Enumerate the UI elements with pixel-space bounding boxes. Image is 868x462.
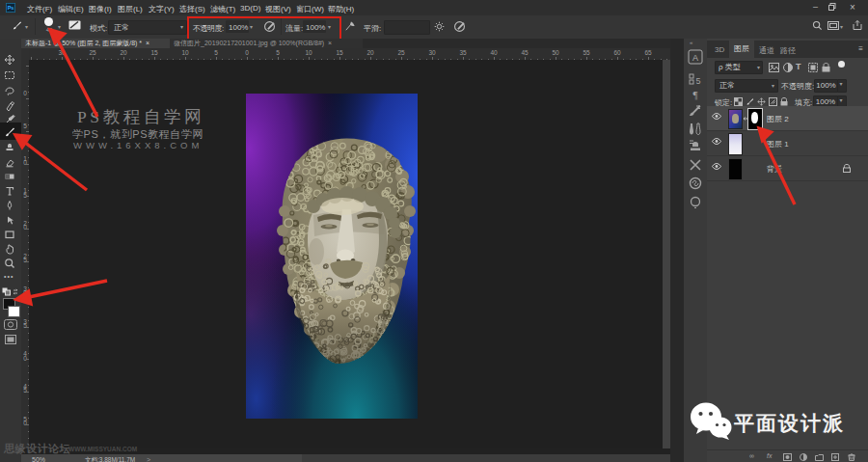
svg-text:¶: ¶ bbox=[693, 89, 698, 100]
svg-text:Ps: Ps bbox=[8, 5, 14, 11]
svg-text:5: 5 bbox=[695, 76, 700, 86]
svg-text:A: A bbox=[692, 53, 698, 63]
